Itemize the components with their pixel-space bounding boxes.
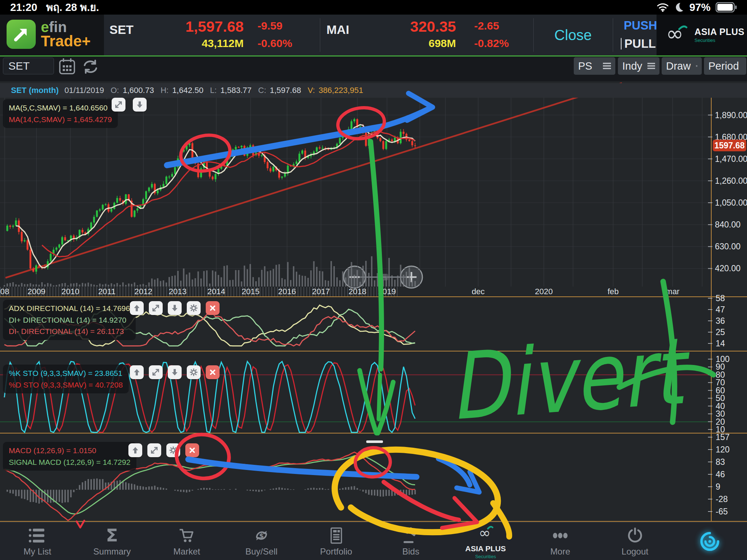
annotation-blue-macd-arrowhead [457,472,479,492]
close-value: 1,597.68 [270,86,301,95]
annotation-green-arrowhead-left [360,370,376,433]
moon-icon [674,2,684,12]
asiaplus-icon: ∞ [476,524,495,543]
adx-axis-label: 36 [716,317,725,325]
header: efin Trade+ SET 1,597.68 43,112M -9.59 -… [0,15,747,57]
ma-collapse-button[interactable] [133,98,147,112]
app-logo: efin Trade+ [7,20,91,49]
mai-index-label: MAI [326,23,349,37]
x-axis-label: 08 [0,288,9,296]
ohlc-info-bar: SET (month) 01/11/2019 O:1,600.73 H:1,64… [0,83,747,98]
nav-logout[interactable]: Logout [597,522,672,560]
adx-exp-button[interactable] [149,301,163,315]
adx-axis-label: 25 [716,328,725,337]
nav-summary[interactable]: ΣSummary [75,522,150,560]
nav-more[interactable]: More [523,522,598,560]
macd-axis-label: 157 [716,433,729,442]
adx-gear-button[interactable] [187,301,201,315]
nav-market[interactable]: Market [150,522,224,560]
calendar-icon[interactable] [58,57,76,75]
ma-expand-button[interactable] [112,98,125,112]
nav-mylist[interactable]: My List [0,522,75,560]
svg-text:Σ: Σ [106,526,118,545]
set-volume: 43,112M [202,37,244,50]
bottom-nav: My ListΣSummaryMarket$Buy/SellPortfolioB… [0,522,747,560]
annotation-blue-hook [382,109,427,127]
adx-axis-label: 58 [716,294,725,303]
date: พฤ. 28 พ.ย. [46,0,99,16]
broker-sub: Securities [694,38,744,43]
price-axis-label: 630.00 [715,242,740,251]
ps-button[interactable]: PS [574,57,615,75]
ma14-label: MA(14,C,SMAV) = 1,645.4279 [9,114,112,125]
last-price-tag: 1597.68 [713,140,746,151]
wifi-icon [657,3,669,12]
adx-x-button[interactable] [206,301,220,315]
price-axis-label: 1,470.00 [715,155,747,163]
broker-name: ASIA PLUS [694,27,744,36]
ma5-label: MA(5,C,SMAV) = 1,640.6560 [9,102,112,114]
logout-icon [626,526,645,545]
divider [533,18,534,52]
open-value: 1,600.73 [123,86,154,95]
nav-portfolio[interactable]: Portfolio [299,522,374,560]
x-axis-label: feb [608,288,619,296]
set-change-pct: -0.60% [258,37,292,50]
macd-gear-button[interactable] [166,443,180,457]
chart-symbol: SET (month) [11,86,59,95]
adx-up-button[interactable] [130,301,144,315]
nav-bids[interactable]: Bids [374,522,448,560]
price-axis-label: 420.00 [715,264,740,273]
nav-asiaplus[interactable]: ∞ASIA PLUSSecurities [448,522,523,560]
sto-x-button[interactable] [206,365,220,379]
indy-button[interactable]: Indy [618,57,659,75]
buysell-icon: $ [252,526,271,545]
high-value: 1,642.50 [172,86,204,95]
push-toggle[interactable]: PUSH [621,16,656,35]
annotation-green-arrow-shaft [371,141,382,369]
annotation-white-dash-2 [370,451,388,453]
x-axis-label: 2016 [278,288,296,296]
x-axis-label: mar [666,288,680,296]
nav-buysell[interactable]: $Buy/Sell [224,522,299,560]
refresh-icon[interactable] [82,59,99,75]
period-button[interactable]: Period [704,57,746,75]
macd-up-button[interactable] [128,443,142,457]
x-axis-label: 2010 [62,288,80,296]
zoom-out-button [344,266,365,288]
macd-exp-button[interactable] [147,443,161,457]
adx-down-button[interactable] [168,301,182,315]
set-change: -9.59 [258,20,282,32]
sto-up-button[interactable] [130,365,144,379]
market-icon [177,526,196,545]
nav-swirl[interactable] [672,522,747,560]
x-axis-label: 2011 [98,288,115,296]
annotation-red-arrow-shaft [384,482,459,520]
pull-toggle[interactable]: PULL [621,35,656,53]
di-minus-label: DI- DIRECTIONAL (14) = 26.1173 [9,326,130,337]
annotation-blue-trendline [167,127,382,165]
set-index-value: 1,597.68 [185,18,244,35]
status-bar: 21:20 พฤ. 28 พ.ย. 97% [0,0,747,15]
close-button[interactable]: Close [534,15,612,55]
sto-down-button[interactable] [168,365,182,379]
summary-icon: Σ [102,526,121,545]
set-index-label: SET [109,23,133,37]
mai-change-pct: -0.82% [474,37,509,50]
x-axis-label: 2013 [169,288,187,296]
x-axis-label: 2012 [135,288,152,296]
sto-gear-button[interactable] [187,365,201,379]
more-icon [551,526,570,545]
macd-x-button[interactable] [185,443,199,457]
symbol-input[interactable]: SET [3,58,54,74]
battery-icon [716,2,737,12]
zoom-slider[interactable] [344,266,422,288]
app-root: 21:20 พฤ. 28 พ.ย. 97% efin Trade+ SET 1,… [0,0,747,560]
x-axis-ticks [0,287,400,296]
zoom-in-button [400,266,422,288]
annotation-green-t-stroke [663,281,674,422]
draw-button[interactable]: Draw [662,57,702,75]
price-axis-label: 1,890.00 [715,111,747,119]
sto-exp-button[interactable] [149,365,163,379]
adx-legend: ADX DIRECTIONAL (14) = 14.7696 DI+ DIREC… [3,300,136,340]
